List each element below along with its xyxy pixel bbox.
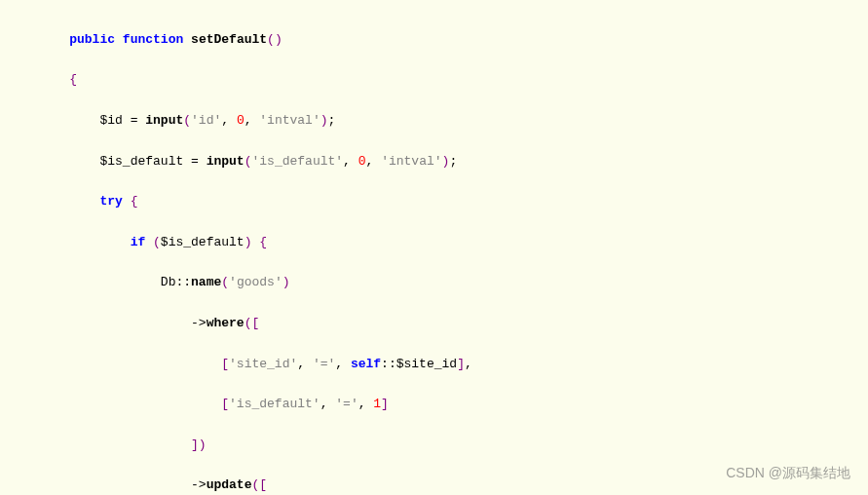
variable: $site_id — [396, 357, 457, 371]
keyword: public — [69, 32, 115, 47]
variable: $is_default — [161, 235, 245, 249]
string: 'id' — [191, 113, 221, 128]
string: '=' — [313, 357, 335, 371]
bracket: ] — [457, 357, 465, 371]
bracket: ] — [191, 438, 199, 452]
keyword: self — [351, 357, 381, 371]
class-name: Db — [161, 275, 176, 289]
code-line: try { — [39, 192, 849, 212]
bracket: [ — [259, 477, 267, 492]
number: 1 — [373, 397, 381, 411]
string: '=' — [335, 397, 358, 411]
paren: ) — [199, 438, 207, 452]
code-line: $id = input('id', 0, 'intval'); — [39, 111, 849, 132]
string: 'is_default' — [251, 154, 343, 169]
code-line: ['is_default', '=', 1] — [39, 395, 849, 415]
method: name — [191, 275, 221, 289]
code-line: $is_default = input('is_default', 0, 'in… — [39, 152, 849, 172]
bracket: ] — [381, 397, 389, 411]
code-line: if ($is_default) { — [39, 233, 849, 253]
paren: ( — [221, 275, 229, 289]
method: where — [207, 316, 245, 330]
function-name: setDefault — [191, 32, 267, 47]
bracket: [ — [251, 316, 259, 330]
variable: $id — [99, 113, 122, 128]
brace: { — [259, 235, 267, 249]
number: 0 — [359, 154, 366, 169]
bracket: [ — [221, 397, 229, 411]
string: 'intval' — [381, 154, 441, 169]
watermark: CSDN @源码集结地 — [726, 462, 850, 483]
code-line: { — [39, 70, 849, 91]
brace: { — [69, 72, 77, 87]
number: 0 — [237, 113, 245, 128]
paren: ) — [283, 275, 290, 289]
string: 'intval' — [259, 113, 320, 128]
method: update — [207, 477, 252, 492]
paren: ) — [245, 235, 252, 249]
keyword: function — [123, 32, 183, 47]
keyword: if — [131, 235, 146, 249]
paren: ( — [153, 235, 161, 249]
string: 'is_default' — [229, 397, 321, 411]
code-line: public function setDefault() — [39, 30, 849, 51]
code-line: ->where([ — [39, 314, 849, 334]
bracket: [ — [221, 357, 229, 371]
code-block: public function setDefault() { $id = inp… — [39, 10, 849, 495]
keyword: try — [99, 194, 122, 209]
string: 'site_id' — [229, 357, 297, 371]
code-line: Db::name('goods') — [39, 273, 849, 293]
code-line: ['site_id', '=', self::$site_id], — [39, 355, 849, 375]
variable: $is_default — [99, 154, 183, 169]
function-call: input — [207, 154, 245, 169]
paren: ( — [183, 113, 191, 128]
paren: () — [267, 32, 283, 47]
code-line: ]) — [39, 436, 849, 456]
function-call: input — [145, 113, 183, 128]
paren: ) — [442, 154, 450, 169]
brace: { — [131, 194, 138, 209]
string: 'goods' — [229, 275, 283, 289]
paren: ) — [321, 113, 328, 128]
